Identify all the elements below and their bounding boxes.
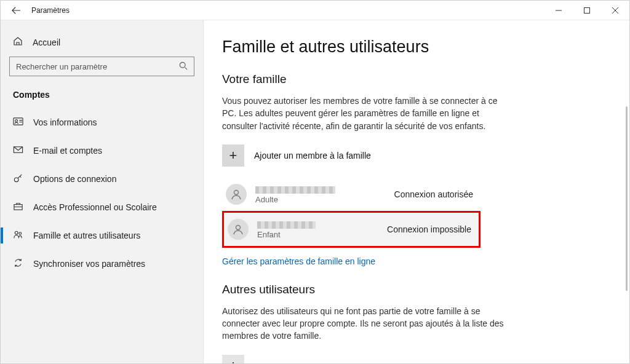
key-icon <box>13 173 23 185</box>
family-heading: Votre famille <box>222 73 605 86</box>
search-placeholder: Rechercher un paramètre <box>16 62 179 71</box>
sidebar-item-label: Accès Professionnel ou Scolaire <box>33 202 157 212</box>
add-family-label: Ajouter un membre à la famille <box>254 151 371 160</box>
sidebar-item-email[interactable]: E-mail et comptes <box>1 136 203 165</box>
back-button[interactable] <box>12 6 20 15</box>
member-name-redacted <box>257 219 378 229</box>
sidebar-item-label: Options de connexion <box>33 174 116 184</box>
add-family-member-button[interactable]: + Ajouter un membre à la famille <box>222 144 605 167</box>
window-title: Paramètres <box>31 6 70 15</box>
sidebar-item-signin-options[interactable]: Options de connexion <box>1 165 203 193</box>
sidebar-item-label: Synchroniser vos paramètres <box>33 259 145 269</box>
manage-family-online-link[interactable]: Gérer les paramètres de famille en ligne <box>222 256 375 266</box>
svg-point-3 <box>15 120 18 122</box>
scrollbar-thumb[interactable] <box>626 106 628 291</box>
avatar-icon <box>228 219 249 240</box>
sidebar-item-label: Vos informations <box>33 117 97 127</box>
sidebar: Accueil Rechercher un paramètre Comptes … <box>1 20 204 363</box>
sidebar-item-sync[interactable]: Synchroniser vos paramètres <box>1 250 203 278</box>
home-label: Accueil <box>33 38 60 47</box>
home-icon <box>13 36 23 48</box>
sidebar-item-label: Famille et autres utilisateurs <box>33 231 140 240</box>
search-icon <box>179 61 188 72</box>
user-card-icon <box>13 116 23 129</box>
member-status: Connexion autorisée <box>394 189 473 199</box>
vertical-scrollbar[interactable] <box>626 20 628 363</box>
svg-point-1 <box>180 62 185 68</box>
member-role: Enfant <box>257 230 378 239</box>
main-content: Famille et autres utilisateurs Votre fam… <box>204 20 629 363</box>
svg-point-7 <box>15 231 18 234</box>
plus-icon: + <box>222 355 244 363</box>
page-title: Famille et autres utilisateurs <box>222 38 605 57</box>
member-name-redacted <box>255 184 386 194</box>
close-window-button[interactable] <box>601 1 629 20</box>
svg-point-10 <box>236 225 241 229</box>
briefcase-icon <box>13 201 23 213</box>
sidebar-item-your-info[interactable]: Vos informations <box>1 108 203 136</box>
svg-point-8 <box>19 232 22 235</box>
titlebar: Paramètres <box>1 1 629 20</box>
svg-point-5 <box>14 178 18 182</box>
svg-rect-2 <box>14 118 23 125</box>
family-member-child[interactable]: Enfant Connexion impossible <box>222 211 480 248</box>
add-other-user-button[interactable]: + <box>222 355 605 363</box>
plus-icon: + <box>222 144 244 167</box>
minimize-button[interactable] <box>544 1 573 20</box>
sidebar-item-family[interactable]: Famille et autres utilisateurs <box>1 221 203 250</box>
sidebar-item-work-school[interactable]: Accès Professionnel ou Scolaire <box>1 193 203 221</box>
svg-point-9 <box>234 190 239 194</box>
maximize-button[interactable] <box>573 1 601 20</box>
family-description: Vous pouvez autoriser les membres de vot… <box>222 95 505 132</box>
home-button[interactable]: Accueil <box>1 31 203 57</box>
sidebar-item-label: E-mail et comptes <box>33 146 102 156</box>
search-input[interactable]: Rechercher un paramètre <box>9 57 194 76</box>
mail-icon <box>13 144 23 157</box>
section-heading: Comptes <box>1 90 203 108</box>
member-role: Adulte <box>255 195 386 204</box>
family-member-adult[interactable]: Adulte Connexion autorisée <box>222 178 480 211</box>
avatar-icon <box>226 184 247 205</box>
others-description: Autorisez des utilisateurs qui ne font p… <box>222 305 505 342</box>
member-status: Connexion impossible <box>387 224 471 234</box>
sync-icon <box>13 258 23 270</box>
svg-rect-0 <box>584 7 590 13</box>
others-heading: Autres utilisateurs <box>222 283 605 296</box>
people-icon <box>13 229 23 242</box>
